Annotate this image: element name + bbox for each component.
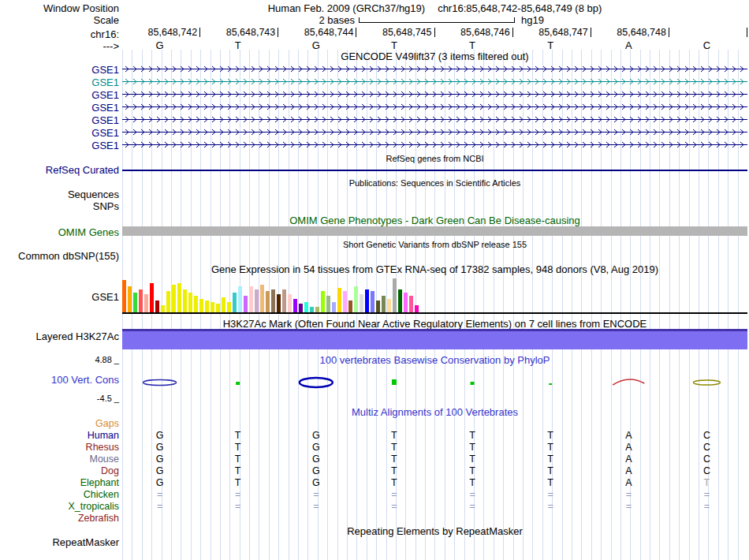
transcript-arrow-line[interactable]	[122, 140, 747, 149]
ruler-ticks[interactable]: 85,648,74285,648,74385,648,74485,648,745…	[122, 27, 747, 38]
gtex-expression-bar[interactable]	[211, 302, 214, 313]
transcript-gene-label[interactable]: GSE1	[0, 89, 119, 101]
gtex-expression-bar[interactable]	[166, 291, 170, 313]
transcript-arrow-line[interactable]	[122, 103, 747, 111]
multiz-title[interactable]: Multiz Alignments of 100 Vertebrates	[122, 406, 747, 418]
gtex-expression-bar[interactable]	[332, 302, 336, 313]
transcript-gene-label[interactable]: GSE1	[0, 77, 119, 88]
multiz-rows[interactable]: GapsHumanGTGTTTACRhesusGTGTTTACMouseGTGT…	[0, 418, 749, 525]
gtex-expression-bar[interactable]	[238, 286, 242, 313]
gtex-expression-bar[interactable]	[343, 291, 347, 313]
gtex-expression-bar[interactable]	[282, 289, 286, 313]
transcript-gene-label[interactable]: GSE1	[0, 127, 119, 139]
dbsnp-note[interactable]: Short Genetic Variants from dbSNP releas…	[122, 240, 747, 249]
gencode-transcript-row[interactable]: GSE1	[0, 88, 749, 101]
gtex-expression-bar[interactable]	[326, 296, 330, 313]
h3k27ac-title[interactable]: H3K27Ac Mark (Often Found Near Active Re…	[122, 318, 747, 330]
gtex-expression-bar[interactable]	[293, 299, 297, 313]
gtex-expression-bar[interactable]	[144, 294, 148, 313]
transcript-gene-label[interactable]: GSE1	[0, 114, 119, 126]
repeatmasker-label[interactable]: RepeatMasker	[0, 536, 119, 548]
species-label[interactable]: Elephant	[0, 477, 119, 488]
gtex-expression-bar[interactable]	[376, 301, 380, 313]
species-label[interactable]: Chicken	[0, 489, 119, 500]
gtex-expression-bar[interactable]	[260, 285, 264, 313]
multiz-row-human[interactable]: HumanGTGTTTAC	[0, 430, 749, 442]
gencode-transcript-row[interactable]: GSE1	[0, 63, 749, 76]
dbsnp-label[interactable]: Common dbSNP(155)	[0, 250, 119, 262]
species-label[interactable]: Mouse	[0, 454, 119, 465]
gtex-expression-bar[interactable]	[382, 296, 386, 313]
conservation-title[interactable]: 100 vertebrates Basewise Conservation by…	[122, 354, 747, 366]
gtex-expression-bar[interactable]	[393, 278, 397, 313]
refseq-curated-line[interactable]	[122, 170, 747, 171]
repeatmasker-title[interactable]: Repeating Elements by RepeatMasker	[122, 525, 747, 537]
gtex-expression-bar[interactable]	[155, 301, 159, 313]
gtex-title[interactable]: Gene Expression in 54 tissues from GTEx …	[122, 263, 747, 275]
gtex-expression-bar[interactable]	[404, 293, 408, 313]
transcript-arrow-line[interactable]	[122, 115, 747, 124]
gtex-expression-bar[interactable]	[266, 291, 270, 313]
species-label[interactable]: Human	[0, 430, 119, 441]
gtex-expression-bar[interactable]	[348, 301, 352, 313]
gtex-expression-bar[interactable]	[199, 299, 203, 313]
snps-label[interactable]: SNPs	[0, 200, 119, 212]
gtex-expression-bar[interactable]	[177, 283, 181, 313]
gtex-expression-bar[interactable]	[321, 291, 325, 313]
gencode-transcript-row[interactable]: GSE1	[0, 114, 749, 126]
transcript-gene-label[interactable]: GSE1	[0, 140, 119, 151]
species-label[interactable]: Gaps	[0, 418, 119, 429]
gtex-expression-bar[interactable]	[172, 285, 176, 313]
gtex-expression-bar[interactable]	[233, 293, 237, 313]
gtex-expression-bar[interactable]	[188, 293, 192, 313]
multiz-row-gaps[interactable]: Gaps	[0, 418, 749, 430]
gtex-expression-bar[interactable]	[128, 286, 132, 313]
transcript-arrow-line[interactable]	[122, 65, 747, 73]
transcript-arrow-line[interactable]	[122, 90, 747, 99]
gtex-gene-label[interactable]: GSE1	[0, 291, 119, 303]
multiz-row-x_tropicalis[interactable]: X_tropicalis========	[0, 501, 749, 513]
species-label[interactable]: X_tropicalis	[0, 501, 119, 512]
gtex-expression-bar[interactable]	[244, 296, 248, 313]
multiz-row-rhesus[interactable]: RhesusGTGTTTAC	[0, 442, 749, 454]
h3k27ac-label[interactable]: Layered H3K27Ac	[0, 330, 119, 342]
gencode-title[interactable]: GENCODE V49lift37 (3 items filtered out)	[122, 50, 747, 62]
gtex-expression-bar[interactable]	[222, 297, 225, 313]
gtex-expression-bar[interactable]	[205, 301, 209, 313]
multiz-row-chicken[interactable]: Chicken========	[0, 489, 749, 501]
gtex-bars[interactable]	[122, 278, 747, 313]
multiz-row-zebrafish[interactable]: Zebrafish	[0, 513, 749, 525]
gtex-expression-bar[interactable]	[371, 291, 374, 313]
transcript-gene-label[interactable]: GSE1	[0, 102, 119, 114]
gencode-transcript-row[interactable]: GSE1	[0, 101, 749, 114]
multiz-row-dog[interactable]: DogGTGTTTAC	[0, 465, 749, 477]
gencode-transcripts[interactable]: GSE1GSE1GSE1GSE1GSE1GSE1GSE1	[0, 63, 749, 151]
gtex-expression-bar[interactable]	[139, 289, 143, 313]
refseq-curated-label[interactable]: RefSeq Curated	[0, 164, 119, 176]
species-label[interactable]: Dog	[0, 465, 119, 476]
species-label[interactable]: Rhesus	[0, 442, 119, 453]
gtex-expression-bar[interactable]	[360, 294, 363, 313]
gtex-expression-bar[interactable]	[365, 289, 369, 313]
gencode-transcript-row[interactable]: GSE1	[0, 76, 749, 88]
h3k27ac-band-fill[interactable]	[122, 331, 747, 349]
gtex-expression-bar[interactable]	[304, 302, 308, 313]
gtex-expression-bar[interactable]	[277, 294, 281, 313]
omim-genes-label[interactable]: OMIM Genes	[0, 226, 119, 238]
gencode-transcript-row[interactable]: GSE1	[0, 139, 749, 151]
gtex-expression-bar[interactable]	[255, 289, 259, 313]
conservation-plot[interactable]	[122, 369, 747, 394]
omim-title[interactable]: OMIM Gene Phenotypes - Dark Green Can Be…	[122, 215, 747, 226]
multiz-row-elephant[interactable]: ElephantGTGTTTAT	[0, 477, 749, 489]
gtex-expression-bar[interactable]	[249, 286, 253, 313]
transcript-arrow-line[interactable]	[122, 128, 747, 136]
gtex-expression-bar[interactable]	[271, 289, 275, 313]
gtex-expression-bar[interactable]	[194, 296, 198, 313]
gtex-expression-bar[interactable]	[354, 286, 358, 313]
gtex-expression-bar[interactable]	[227, 302, 231, 313]
gtex-expression-bar[interactable]	[337, 288, 341, 313]
sequences-label[interactable]: Sequences	[0, 189, 119, 200]
transcript-gene-label[interactable]: GSE1	[0, 64, 119, 76]
gencode-transcript-row[interactable]: GSE1	[0, 126, 749, 139]
conservation-label[interactable]: 100 Vert. Cons	[0, 374, 119, 386]
